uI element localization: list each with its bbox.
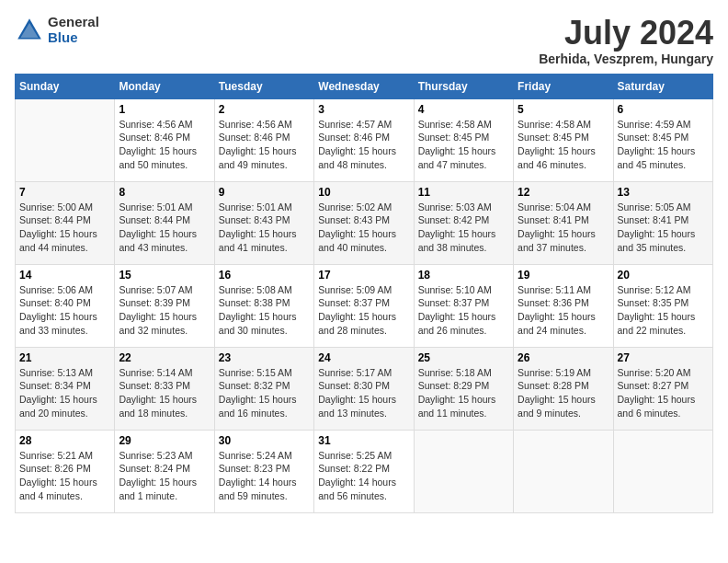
calendar-cell: 30Sunrise: 5:24 AMSunset: 8:23 PMDayligh…	[214, 430, 313, 512]
logo-text: General Blue	[48, 15, 99, 45]
calendar-week-row: 28Sunrise: 5:21 AMSunset: 8:26 PMDayligh…	[16, 430, 713, 512]
day-number: 6	[618, 103, 709, 116]
logo-general-text: General	[48, 15, 99, 30]
calendar-cell: 11Sunrise: 5:03 AMSunset: 8:42 PMDayligh…	[414, 181, 513, 264]
calendar-cell: 23Sunrise: 5:15 AMSunset: 8:32 PMDayligh…	[214, 347, 313, 430]
day-info: Sunrise: 5:01 AMSunset: 8:43 PMDaylight:…	[219, 201, 310, 255]
calendar-cell	[613, 430, 712, 512]
weekday-header: Saturday	[613, 74, 712, 98]
day-info: Sunrise: 5:10 AMSunset: 8:37 PMDaylight:…	[418, 283, 509, 338]
day-info: Sunrise: 5:17 AMSunset: 8:30 PMDaylight:…	[318, 366, 409, 420]
day-number: 28	[19, 434, 110, 447]
day-info: Sunrise: 5:00 AMSunset: 8:44 PMDaylight:…	[19, 201, 110, 255]
day-number: 17	[318, 269, 409, 282]
logo: General Blue	[15, 15, 99, 45]
day-info: Sunrise: 5:13 AMSunset: 8:34 PMDaylight:…	[19, 366, 110, 420]
calendar-body: 1Sunrise: 4:56 AMSunset: 8:46 PMDaylight…	[16, 98, 713, 512]
day-info: Sunrise: 5:09 AMSunset: 8:37 PMDaylight:…	[318, 283, 409, 338]
logo-icon	[15, 16, 44, 45]
weekday-row: SundayMondayTuesdayWednesdayThursdayFrid…	[16, 74, 713, 98]
day-info: Sunrise: 4:58 AMSunset: 8:45 PMDaylight:…	[418, 118, 509, 172]
day-number: 8	[119, 186, 210, 199]
day-info: Sunrise: 4:56 AMSunset: 8:46 PMDaylight:…	[119, 118, 210, 172]
calendar-cell: 24Sunrise: 5:17 AMSunset: 8:30 PMDayligh…	[314, 347, 414, 430]
calendar-cell: 21Sunrise: 5:13 AMSunset: 8:34 PMDayligh…	[16, 347, 115, 430]
weekday-header: Thursday	[414, 74, 513, 98]
day-number: 19	[518, 269, 609, 282]
calendar-cell: 1Sunrise: 4:56 AMSunset: 8:46 PMDaylight…	[115, 98, 214, 181]
day-info: Sunrise: 5:03 AMSunset: 8:42 PMDaylight:…	[418, 201, 509, 255]
day-info: Sunrise: 5:19 AMSunset: 8:28 PMDaylight:…	[518, 366, 609, 420]
day-number: 1	[119, 103, 210, 116]
day-info: Sunrise: 5:15 AMSunset: 8:32 PMDaylight:…	[219, 366, 310, 420]
day-info: Sunrise: 4:57 AMSunset: 8:46 PMDaylight:…	[318, 118, 409, 172]
day-info: Sunrise: 5:07 AMSunset: 8:39 PMDaylight:…	[119, 283, 210, 338]
calendar-cell: 13Sunrise: 5:05 AMSunset: 8:41 PMDayligh…	[613, 181, 712, 264]
day-number: 16	[219, 269, 310, 282]
day-number: 18	[418, 269, 509, 282]
day-info: Sunrise: 5:06 AMSunset: 8:40 PMDaylight:…	[19, 283, 110, 338]
day-info: Sunrise: 5:04 AMSunset: 8:41 PMDaylight:…	[518, 201, 609, 255]
calendar-cell: 15Sunrise: 5:07 AMSunset: 8:39 PMDayligh…	[115, 264, 214, 347]
day-info: Sunrise: 5:12 AMSunset: 8:35 PMDaylight:…	[618, 283, 709, 338]
day-number: 5	[518, 103, 609, 116]
calendar-cell: 22Sunrise: 5:14 AMSunset: 8:33 PMDayligh…	[115, 347, 214, 430]
page-header: General Blue July 2024 Berhida, Veszprem…	[15, 15, 713, 66]
day-number: 2	[219, 103, 310, 116]
day-number: 14	[19, 269, 110, 282]
calendar-cell	[414, 430, 513, 512]
day-number: 25	[418, 351, 509, 364]
day-info: Sunrise: 4:58 AMSunset: 8:45 PMDaylight:…	[518, 118, 609, 172]
weekday-header: Friday	[514, 74, 613, 98]
logo-blue-text: Blue	[48, 30, 99, 46]
calendar-cell: 4Sunrise: 4:58 AMSunset: 8:45 PMDaylight…	[414, 98, 513, 181]
calendar-cell: 18Sunrise: 5:10 AMSunset: 8:37 PMDayligh…	[414, 264, 513, 347]
day-info: Sunrise: 5:23 AMSunset: 8:24 PMDaylight:…	[119, 449, 210, 503]
calendar-cell: 25Sunrise: 5:18 AMSunset: 8:29 PMDayligh…	[414, 347, 513, 430]
calendar-cell: 5Sunrise: 4:58 AMSunset: 8:45 PMDaylight…	[514, 98, 613, 181]
day-info: Sunrise: 5:02 AMSunset: 8:43 PMDaylight:…	[318, 201, 409, 255]
day-info: Sunrise: 5:14 AMSunset: 8:33 PMDaylight:…	[119, 366, 210, 420]
day-info: Sunrise: 4:59 AMSunset: 8:45 PMDaylight:…	[618, 118, 709, 172]
day-number: 30	[219, 434, 310, 447]
day-info: Sunrise: 5:01 AMSunset: 8:44 PMDaylight:…	[119, 201, 210, 255]
day-number: 20	[618, 269, 709, 282]
calendar-cell: 8Sunrise: 5:01 AMSunset: 8:44 PMDaylight…	[115, 181, 214, 264]
day-number: 7	[19, 186, 110, 199]
day-number: 29	[119, 434, 210, 447]
day-info: Sunrise: 5:25 AMSunset: 8:22 PMDaylight:…	[318, 449, 409, 503]
calendar-cell: 19Sunrise: 5:11 AMSunset: 8:36 PMDayligh…	[514, 264, 613, 347]
day-number: 3	[318, 103, 409, 116]
calendar-cell: 14Sunrise: 5:06 AMSunset: 8:40 PMDayligh…	[16, 264, 115, 347]
day-number: 22	[119, 351, 210, 364]
calendar-week-row: 7Sunrise: 5:00 AMSunset: 8:44 PMDaylight…	[16, 181, 713, 264]
day-number: 13	[618, 186, 709, 199]
day-number: 10	[318, 186, 409, 199]
day-number: 26	[518, 351, 609, 364]
day-info: Sunrise: 5:18 AMSunset: 8:29 PMDaylight:…	[418, 366, 509, 420]
weekday-header: Sunday	[16, 74, 115, 98]
calendar-week-row: 14Sunrise: 5:06 AMSunset: 8:40 PMDayligh…	[16, 264, 713, 347]
day-number: 27	[618, 351, 709, 364]
calendar-cell: 3Sunrise: 4:57 AMSunset: 8:46 PMDaylight…	[314, 98, 414, 181]
calendar-cell	[514, 430, 613, 512]
calendar-cell: 2Sunrise: 4:56 AMSunset: 8:46 PMDaylight…	[214, 98, 313, 181]
day-number: 11	[418, 186, 509, 199]
calendar-cell: 31Sunrise: 5:25 AMSunset: 8:22 PMDayligh…	[314, 430, 414, 512]
calendar-table: SundayMondayTuesdayWednesdayThursdayFrid…	[15, 74, 713, 513]
day-number: 4	[418, 103, 509, 116]
location-title: Berhida, Veszprem, Hungary	[539, 52, 713, 66]
weekday-header: Tuesday	[214, 74, 313, 98]
day-number: 21	[19, 351, 110, 364]
day-number: 31	[318, 434, 409, 447]
day-number: 15	[119, 269, 210, 282]
calendar-cell: 20Sunrise: 5:12 AMSunset: 8:35 PMDayligh…	[613, 264, 712, 347]
day-number: 9	[219, 186, 310, 199]
day-info: Sunrise: 5:21 AMSunset: 8:26 PMDaylight:…	[19, 449, 110, 503]
day-info: Sunrise: 5:20 AMSunset: 8:27 PMDaylight:…	[618, 366, 709, 420]
calendar-cell: 10Sunrise: 5:02 AMSunset: 8:43 PMDayligh…	[314, 181, 414, 264]
calendar-week-row: 21Sunrise: 5:13 AMSunset: 8:34 PMDayligh…	[16, 347, 713, 430]
day-number: 23	[219, 351, 310, 364]
calendar-cell: 16Sunrise: 5:08 AMSunset: 8:38 PMDayligh…	[214, 264, 313, 347]
day-info: Sunrise: 5:08 AMSunset: 8:38 PMDaylight:…	[219, 283, 310, 338]
